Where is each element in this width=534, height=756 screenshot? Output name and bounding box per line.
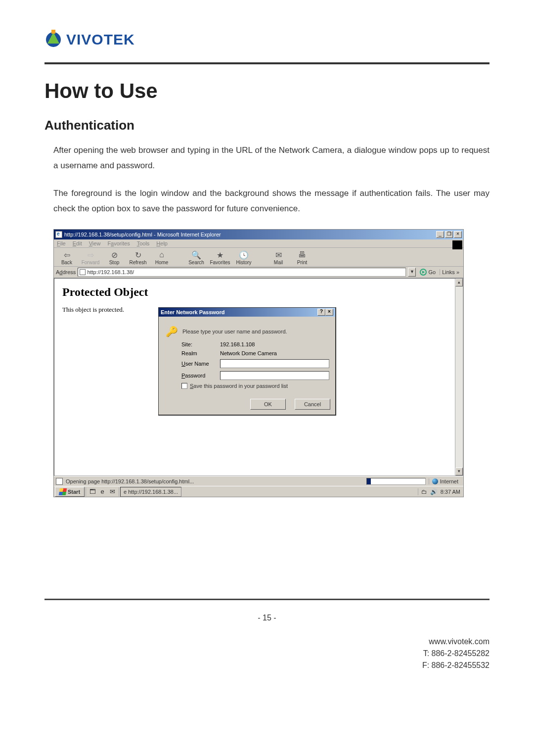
start-label: Start [68,489,80,495]
close-button[interactable]: × [454,231,462,238]
dialog-prompt: Please type your user name and password. [182,329,287,334]
divider-top [44,62,490,64]
paragraph-2: The foreground is the login window and t… [53,186,490,216]
ql-outlook-icon[interactable]: ✉ [108,487,117,496]
address-input[interactable]: http://192.168.1.38/ [78,268,406,277]
home-icon: ⌂ [156,250,167,260]
paragraph-1: After opening the web browser and typing… [53,143,490,173]
menu-view[interactable]: View [89,240,101,246]
minimize-button[interactable]: _ [436,231,444,238]
maximize-button[interactable]: ❐ [445,231,453,238]
favorites-button[interactable]: ★Favorites [209,250,231,265]
forward-button[interactable]: ⇨Forward [80,250,101,265]
tray-volume-icon[interactable]: 🔊 [430,488,438,495]
address-label: Address [56,269,76,275]
ie-statusbar: Opening page http://192.168.1.38/setup/c… [54,476,463,486]
menu-file[interactable]: File [57,240,66,246]
heading-authentication: Authentication [44,118,490,133]
mail-button[interactable]: ✉Mail [267,250,289,265]
realm-value: Network Dome Camera [220,350,277,356]
windows-logo-icon [59,488,67,495]
ie-toolbar: ⇦Back ⇨Forward ⊘Stop ↻Refresh ⌂Home 🔍Sea… [54,248,463,267]
logo-text: VIVOTEK [66,31,135,47]
footer-info: www.vivotek.com T: 886-2-82455282 F: 886… [422,636,490,671]
menu-help[interactable]: Help [156,240,168,246]
dialog-close-button[interactable]: × [325,309,333,316]
favorites-icon: ★ [215,250,225,260]
scroll-up-button[interactable]: ▴ [455,279,463,286]
cancel-button[interactable]: Cancel [295,399,330,410]
taskbar: Start 🗔 e ✉ e http://192.168.1.38... 🗀 🔊… [54,486,463,497]
status-page-icon [56,478,63,485]
dialog-title-text: Enter Network Password [161,309,317,315]
vivotek-logo: VIVOTEK [44,25,490,52]
search-icon: 🔍 [191,250,202,260]
dialog-titlebar: Enter Network Password ? × [159,308,335,317]
mail-icon: ✉ [273,250,284,260]
history-button[interactable]: 🕓History [233,250,255,265]
refresh-button[interactable]: ↻Refresh [127,250,149,265]
tray-icon-1[interactable]: 🗀 [421,488,427,495]
task-ie-button[interactable]: e http://192.168.1.38... [120,487,181,497]
username-label: User Name [181,361,216,367]
password-input[interactable] [220,371,329,380]
site-label: Site: [181,341,216,347]
ie-addressbar: Address http://192.168.1.38/ ▼ Go Links … [54,267,463,278]
system-tray: 🗀 🔊 8:37 AM [418,488,463,495]
stop-icon: ⊘ [109,250,120,260]
address-page-icon [80,269,86,275]
print-icon: 🖶 [297,250,308,260]
ie-page-icon [55,231,62,238]
forward-icon: ⇨ [85,250,96,260]
zone-text: Internet [440,478,458,484]
ql-desktop-icon[interactable]: 🗔 [88,487,97,496]
stop-button[interactable]: ⊘Stop [103,250,125,265]
history-icon: 🕓 [238,250,249,260]
dialog-help-button[interactable]: ? [317,309,325,316]
ie-titlebar: http://192.168.1.38/setup/config.html - … [54,230,463,239]
search-button[interactable]: 🔍Search [185,250,207,265]
task-ie-label: http://192.168.1.38... [128,489,178,495]
status-text: Opening page http://192.168.1.38/setup/c… [66,478,194,484]
protected-object-title: Protected Object [62,285,455,299]
footer-tel: T: 886-2-82455282 [422,648,490,660]
save-password-checkbox[interactable] [181,383,187,389]
menu-edit[interactable]: Edit [73,240,82,246]
svg-rect-1 [51,30,55,34]
address-dropdown[interactable]: ▼ [408,268,416,277]
vertical-scrollbar[interactable]: ▴ ▾ [455,279,463,475]
quick-launch: 🗔 e ✉ [86,487,119,496]
site-value: 192.168.1.108 [220,341,255,347]
save-password-label: Save this password in your password list [190,383,288,389]
tray-clock: 8:37 AM [441,489,460,495]
progress-bar [366,478,426,485]
start-button[interactable]: Start [55,487,85,497]
username-input[interactable] [220,359,329,368]
ie-content-area: Protected Object This object is protecte… [54,278,463,476]
ql-ie-icon[interactable]: e [98,487,107,496]
menu-favorites[interactable]: Favorites [107,240,130,246]
print-button[interactable]: 🖶Print [291,250,313,265]
footer-url: www.vivotek.com [422,636,490,648]
task-ie-icon: e [124,489,127,495]
scroll-track[interactable] [455,286,463,468]
ie-title-text: http://192.168.1.38/setup/config.html - … [64,232,436,237]
globe-icon [432,478,438,484]
ok-button[interactable]: OK [250,399,286,410]
go-icon [420,269,427,276]
key-icon: 🔑 [165,325,178,338]
home-button[interactable]: ⌂Home [151,250,173,265]
links-label[interactable]: Links » [440,269,461,275]
back-button[interactable]: ⇦Back [56,250,78,265]
password-label: Password [181,373,216,378]
scroll-down-button[interactable]: ▾ [455,468,463,475]
realm-label: Realm [181,350,216,356]
ie-throbber-icon [452,240,462,249]
page-number: - 15 - [0,614,534,622]
auth-dialog: Enter Network Password ? × 🔑 Please type… [158,307,336,416]
divider-bottom [44,599,490,600]
menu-tools[interactable]: Tools [137,240,150,246]
zone-indicator: Internet [429,478,461,484]
heading-how-to-use: How to Use [44,79,490,103]
go-button[interactable]: Go [418,269,438,276]
